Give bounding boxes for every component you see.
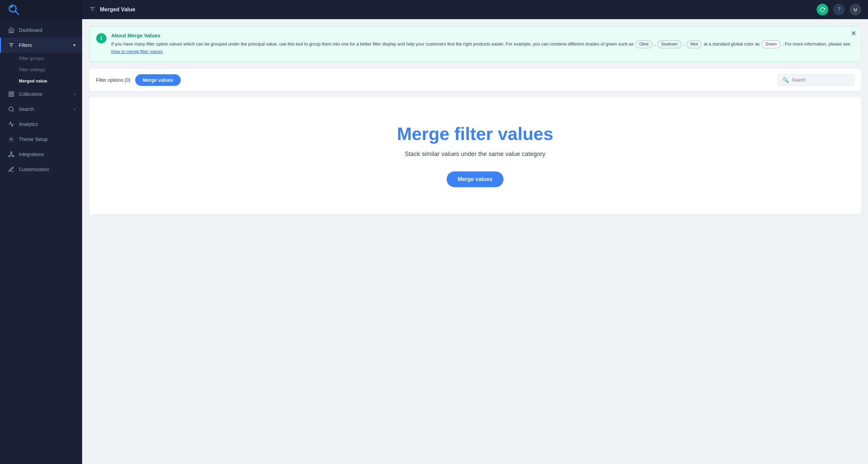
sidebar-item-filters-label: Filters	[19, 42, 32, 48]
empty-state-subtitle: Stack similar values under the same valu…	[405, 151, 545, 158]
avatar-button[interactable]: U	[850, 4, 861, 15]
topbar: Merged Value ? U	[82, 0, 868, 19]
collections-icon	[8, 91, 15, 98]
chevron-down-icon: ▾	[73, 43, 75, 48]
merge-values-button[interactable]: Merge values	[135, 74, 181, 86]
empty-state-title: Merge filter values	[397, 124, 553, 144]
banner-body-part3: . For more information, please see	[782, 41, 850, 47]
banner-tag-seafoam: Seafoam	[658, 40, 681, 48]
sidebar-subitem-filter-groups[interactable]: Filter groups	[0, 53, 82, 64]
home-icon	[8, 27, 15, 34]
sidebar-item-theme-setup[interactable]: Theme Setup	[0, 132, 82, 147]
sidebar-item-theme-setup-label: Theme Setup	[19, 137, 48, 142]
topbar-actions: ? U	[817, 4, 861, 15]
sidebar: Dashboard Filters ▾ Filter groups Filter…	[0, 0, 82, 464]
sidebar-subitem-filter-settings-label: Filter settings	[19, 67, 45, 72]
sidebar-item-filters[interactable]: Filters ▾	[0, 38, 82, 53]
banner-tag-mint: Mint	[687, 40, 702, 48]
svg-rect-7	[12, 92, 14, 93]
svg-rect-9	[12, 95, 14, 96]
empty-state-merge-button[interactable]: Merge values	[447, 171, 503, 187]
info-icon: i	[96, 33, 106, 43]
refresh-button[interactable]	[817, 4, 828, 15]
main-area: Merged Value ? U i About Merge Values If…	[82, 0, 868, 464]
svg-point-12	[11, 139, 12, 140]
search-box: 🔍	[777, 74, 854, 86]
banner-tag-green: Green	[762, 40, 780, 48]
sidebar-nav: Dashboard Filters ▾ Filter groups Filter…	[0, 19, 82, 464]
info-banner: i About Merge Values If you have many fi…	[89, 26, 861, 62]
help-button[interactable]: ?	[833, 4, 845, 15]
banner-close-button[interactable]: ✕	[851, 30, 856, 37]
sidebar-subitem-merged-value[interactable]: Merged value	[0, 75, 82, 87]
sidebar-item-search[interactable]: Search ›	[0, 102, 82, 117]
banner-link[interactable]: How to merge filter values	[111, 49, 163, 54]
svg-line-18	[11, 155, 13, 156]
banner-body: If you have many filter option values wh…	[111, 40, 854, 55]
sidebar-item-customization[interactable]: Customization	[0, 162, 82, 177]
banner-content: About Merge Values If you have many filt…	[111, 33, 854, 55]
banner-tag-olive: Olive	[636, 40, 652, 48]
filter-options-tab[interactable]: Filter options (0)	[96, 77, 130, 83]
banner-body-part1: If you have many filter option values wh…	[111, 41, 634, 47]
svg-line-17	[10, 155, 11, 156]
sidebar-item-customization-label: Customization	[19, 167, 49, 172]
sidebar-item-integrations[interactable]: Integrations	[0, 147, 82, 162]
theme-icon	[8, 136, 15, 143]
tabs-bar: Filter options (0) Merge values 🔍	[89, 69, 861, 91]
svg-point-13	[11, 152, 12, 154]
integrations-icon	[8, 151, 15, 158]
sidebar-item-search-label: Search	[19, 106, 34, 112]
sidebar-subitem-filter-settings[interactable]: Filter settings	[0, 64, 82, 75]
svg-point-10	[9, 107, 13, 111]
sidebar-subitem-filter-groups-label: Filter groups	[19, 56, 43, 61]
banner-title: About Merge Values	[111, 33, 854, 38]
search-box-icon: 🔍	[782, 77, 789, 83]
customization-icon	[8, 166, 15, 173]
search-icon	[8, 106, 15, 113]
topbar-title: Merged Value	[100, 7, 135, 13]
main-content: i About Merge Values If you have many fi…	[82, 19, 868, 464]
chevron-right-icon: ›	[74, 92, 75, 96]
svg-point-2	[11, 6, 13, 8]
topbar-page-icon	[89, 6, 97, 13]
app-logo	[7, 3, 21, 16]
search-input[interactable]	[792, 77, 849, 82]
svg-line-1	[15, 11, 18, 14]
sidebar-subitem-merged-value-label: Merged value	[19, 78, 47, 83]
sidebar-item-analytics[interactable]: Analytics	[0, 117, 82, 132]
sidebar-item-integrations-label: Integrations	[19, 152, 44, 157]
svg-rect-6	[9, 92, 11, 93]
analytics-icon	[8, 121, 15, 128]
sidebar-item-collections[interactable]: Collections ›	[0, 87, 82, 102]
sidebar-item-dashboard[interactable]: Dashboard	[0, 23, 82, 38]
svg-line-11	[12, 110, 13, 111]
empty-state: Merge filter values Stack similar values…	[89, 97, 861, 215]
svg-rect-8	[9, 95, 11, 96]
filter-icon	[8, 42, 15, 49]
chevron-right-search-icon: ›	[74, 107, 75, 112]
sidebar-item-collections-label: Collections	[19, 91, 42, 97]
banner-body-part2: at a standard global color as	[704, 41, 760, 47]
sidebar-logo	[0, 0, 82, 19]
sidebar-item-analytics-label: Analytics	[19, 121, 38, 127]
sidebar-item-dashboard-label: Dashboard	[19, 27, 42, 33]
